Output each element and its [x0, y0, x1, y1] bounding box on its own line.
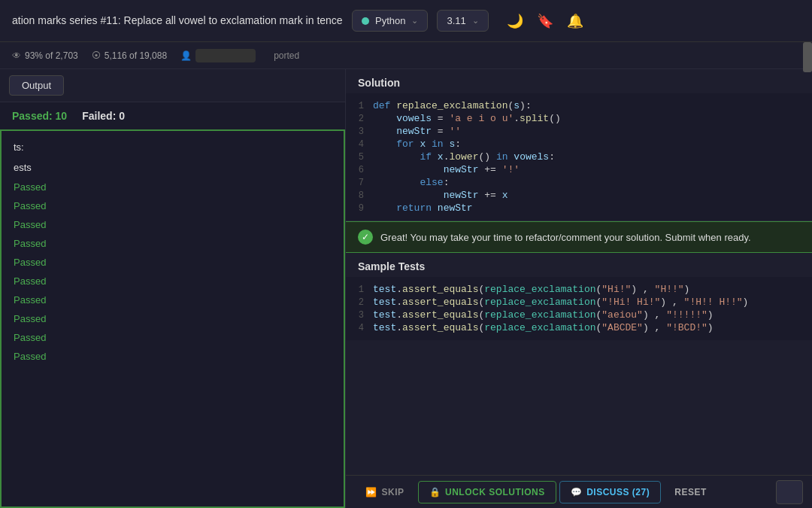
- user-info: 👤: [180, 49, 256, 62]
- top-bar: ation marks series #11: Replace all vowe…: [0, 0, 812, 42]
- passed-count: Passed: 10: [12, 110, 67, 122]
- list-item[interactable]: Passed: [2, 253, 344, 272]
- passed-failed-bar: Passed: 10 Failed: 0: [0, 102, 345, 131]
- reported-label: ported: [274, 50, 299, 61]
- line-number: 6: [346, 165, 373, 175]
- sample-tests-title: Sample Tests: [346, 253, 812, 277]
- solution-title: Solution: [346, 69, 812, 93]
- sample-line-2: 2 test.assert_equals(replace_exclamation…: [346, 296, 812, 309]
- chat-icon: 💬: [571, 487, 583, 497]
- success-message: Great! You may take your time to refacto…: [380, 232, 751, 243]
- solution-code-block: 1 def replace_exclamation(s): 2 vowels =…: [346, 93, 812, 221]
- line-number: 2: [346, 297, 373, 308]
- lock-icon: 🔒: [429, 487, 441, 497]
- language-selector[interactable]: Python ⌄: [352, 10, 428, 32]
- line-number: 8: [346, 190, 373, 201]
- bottom-bar: ⏩ SKIP 🔒 UNLOCK SOLUTIONS 💬 DISCUSS (27)…: [346, 475, 812, 508]
- sample-tests-section: Sample Tests 1 test.assert_equals(replac…: [346, 253, 812, 508]
- success-icon: ✓: [358, 230, 373, 245]
- rank-count: ⦿ 5,116 of 19,088: [92, 50, 167, 61]
- scrollbar[interactable]: [803, 42, 812, 72]
- code-line-6: 6 newStr += '!': [346, 163, 812, 176]
- bookmark-icon[interactable]: 🔖: [537, 13, 553, 29]
- version-chevron-icon: ⌄: [472, 16, 479, 26]
- code-line-7: 7 else:: [346, 176, 812, 189]
- line-number: 5: [346, 152, 373, 163]
- line-number: 4: [346, 139, 373, 150]
- version-label: 3.11: [447, 15, 465, 26]
- list-item[interactable]: Passed: [2, 347, 344, 366]
- sub-bar: 👁 93% of 2,703 ⦿ 5,116 of 19,088 👤 porte…: [0, 42, 812, 69]
- code-line-2: 2 vowels = 'a e i o u'.split(): [346, 112, 812, 125]
- list-item[interactable]: Passed: [2, 328, 344, 347]
- view-count: 👁 93% of 2,703: [12, 50, 78, 61]
- test-list-container: ts: ests Passed Passed Passed Passed Pas…: [0, 131, 345, 508]
- list-item[interactable]: Passed: [2, 178, 344, 196]
- success-banner: ✓ Great! You may take your time to refac…: [346, 221, 812, 253]
- reset-button[interactable]: RESET: [664, 482, 717, 503]
- sample-tests-code-block: 1 test.assert_equals(replace_exclamation…: [346, 277, 812, 340]
- list-item[interactable]: Passed: [2, 215, 344, 234]
- code-line-5: 5 if x.lower() in vowels:: [346, 151, 812, 163]
- list-item[interactable]: Passed: [2, 309, 344, 328]
- list-item[interactable]: Passed: [2, 272, 344, 291]
- page-title: ation marks series #11: Replace all vowe…: [12, 14, 343, 27]
- line-number: 3: [346, 126, 373, 137]
- code-line-4: 4 for x in s:: [346, 138, 812, 151]
- notification-icon[interactable]: 🔔: [567, 13, 583, 29]
- solution-section: Solution 1 def replace_exclamation(s): 2…: [346, 69, 812, 221]
- code-line-1: 1 def replace_exclamation(s):: [346, 99, 812, 112]
- list-item[interactable]: Passed: [2, 234, 344, 253]
- line-number: 9: [346, 203, 373, 214]
- line-number: 3: [346, 310, 373, 321]
- code-line-3: 3 newStr = '': [346, 125, 812, 138]
- sample-line-1: 1 test.assert_equals(replace_exclamation…: [346, 283, 812, 296]
- user-icon: 👤: [180, 50, 192, 61]
- sample-line-4: 4 test.assert_equals(replace_exclamation…: [346, 321, 812, 334]
- sample-line-3: 3 test.assert_equals(replace_exclamation…: [346, 309, 812, 321]
- language-label: Python: [375, 15, 405, 26]
- left-panel: Output Passed: 10 Failed: 0 ts: ests Pas…: [0, 69, 346, 508]
- version-selector[interactable]: 3.11 ⌄: [437, 10, 488, 32]
- list-item[interactable]: Passed: [2, 196, 344, 215]
- output-tab[interactable]: Output: [9, 75, 64, 96]
- line-number: 7: [346, 178, 373, 188]
- skip-button[interactable]: ⏩ SKIP: [355, 482, 415, 503]
- right-panel: Solution 1 def replace_exclamation(s): 2…: [346, 69, 812, 508]
- list-item[interactable]: Passed: [2, 291, 344, 309]
- eye-icon: 👁: [12, 50, 21, 61]
- circle-icon: ⦿: [92, 50, 101, 61]
- failed-count: Failed: 0: [82, 110, 125, 122]
- discuss-button[interactable]: 💬 DISCUSS (27): [559, 481, 662, 503]
- code-line-9: 9 return newStr: [346, 202, 812, 214]
- line-number: 1: [346, 284, 373, 295]
- line-number: 2: [346, 114, 373, 124]
- bottom-square-button[interactable]: [776, 480, 803, 504]
- dark-mode-icon[interactable]: 🌙: [507, 13, 523, 29]
- output-tab-bar: Output: [0, 69, 345, 102]
- code-line-8: 8 newStr += x: [346, 189, 812, 202]
- top-icon-group: 🌙 🔖 🔔: [507, 13, 583, 29]
- tests-header: ts:: [2, 137, 344, 157]
- lang-chevron-icon: ⌄: [411, 16, 418, 26]
- line-number: 1: [346, 101, 373, 111]
- python-dot-icon: [362, 17, 369, 25]
- test-group-header: ests: [2, 157, 344, 178]
- username-badge: [195, 49, 256, 62]
- main-layout: Output Passed: 10 Failed: 0 ts: ests Pas…: [0, 69, 812, 508]
- skip-forward-icon: ⏩: [365, 487, 377, 497]
- line-number: 4: [346, 323, 373, 333]
- unlock-solutions-button[interactable]: 🔒 UNLOCK SOLUTIONS: [418, 481, 556, 503]
